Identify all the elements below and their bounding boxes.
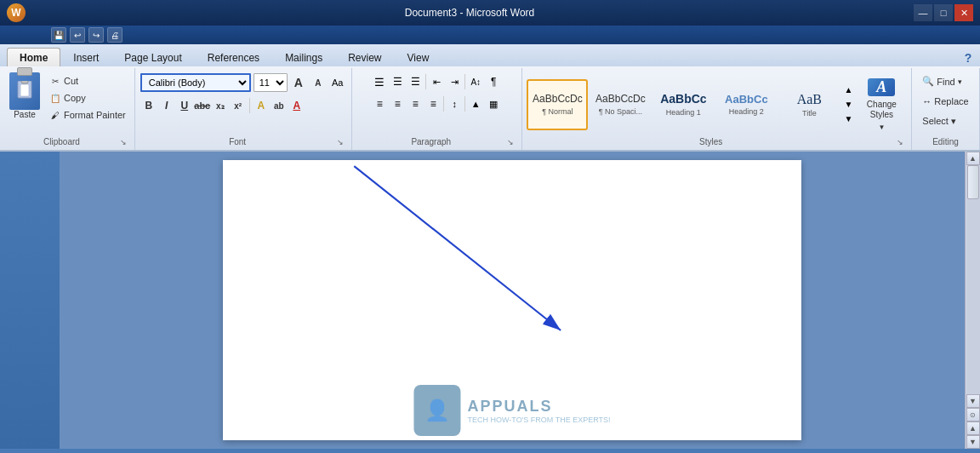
- maximize-button[interactable]: □: [934, 4, 953, 21]
- editing-content: 🔍 Find ▾ ↔ Replace Select ▾: [918, 70, 972, 135]
- scroll-track[interactable]: [966, 165, 980, 394]
- increase-indent-button[interactable]: ⇥: [446, 73, 463, 90]
- style-heading1-label: Heading 1: [666, 108, 701, 117]
- grow-font-button[interactable]: A: [290, 74, 307, 91]
- select-button[interactable]: Select ▾: [918, 113, 972, 129]
- svg-rect-1: [20, 84, 29, 96]
- left-sidebar: [0, 152, 60, 449]
- styles-footer: Styles ↘: [527, 135, 906, 148]
- clipboard-expand-button[interactable]: ↘: [118, 136, 129, 148]
- bullets-button[interactable]: ☰: [371, 73, 388, 90]
- qa-redo-button[interactable]: ↪: [88, 27, 104, 43]
- scroll-thumb[interactable]: [967, 165, 979, 199]
- close-button[interactable]: ✕: [954, 4, 973, 21]
- styles-scroll-arrows: ▲ ▼ ▼: [841, 83, 855, 126]
- font-row1: Calibri (Body) 11 A A Aa: [140, 73, 346, 92]
- paste-button[interactable]: Paste: [5, 70, 44, 122]
- paste-label: Paste: [14, 110, 36, 119]
- replace-button[interactable]: ↔ Replace: [918, 94, 972, 109]
- style-title[interactable]: AaB Title: [778, 79, 840, 130]
- tab-bar: Home Insert Page Layout References Maili…: [0, 44, 980, 66]
- scroll-select-browse-object[interactable]: ⊙: [966, 408, 980, 421]
- style-heading2[interactable]: AaBbCc Heading 2: [715, 79, 777, 130]
- shrink-font-button[interactable]: A: [310, 74, 327, 91]
- shading-button[interactable]: ▲: [467, 95, 484, 112]
- scroll-next-page[interactable]: ▼: [966, 435, 980, 449]
- font-expand-button[interactable]: ↘: [335, 136, 346, 148]
- tab-references[interactable]: References: [195, 48, 272, 66]
- change-styles-button[interactable]: A ChangeStyles ▼: [857, 74, 906, 135]
- styles-more[interactable]: ▼: [841, 112, 855, 126]
- tab-home[interactable]: Home: [7, 48, 60, 66]
- qa-undo-button[interactable]: ↩: [70, 27, 85, 43]
- style-no-spacing-preview: AaBbCcDc: [595, 93, 646, 105]
- cut-button[interactable]: ✂ Cut: [46, 73, 129, 89]
- change-styles-label: ChangeStyles: [867, 100, 897, 120]
- tab-mailings[interactable]: Mailings: [272, 48, 335, 66]
- paragraph-expand-button[interactable]: ↘: [505, 136, 516, 148]
- superscript-button[interactable]: x²: [230, 97, 247, 114]
- paragraph-row1: ☰ ☰ ☰ ⇤ ⇥ A↕ ¶: [371, 73, 502, 90]
- separator3: [443, 96, 444, 112]
- copy-button[interactable]: 📋 Copy: [46, 90, 129, 106]
- quick-access-toolbar: 💾 ↩ ↪ 🖨: [0, 26, 980, 44]
- tab-view[interactable]: View: [395, 48, 442, 66]
- font-size-select[interactable]: 11: [254, 73, 288, 92]
- minimize-button[interactable]: —: [914, 4, 932, 21]
- scroll-down-button[interactable]: ▼: [966, 394, 980, 408]
- align-left-button[interactable]: ≡: [371, 95, 388, 112]
- align-center-button[interactable]: ≡: [389, 95, 406, 112]
- editing-group: 🔍 Find ▾ ↔ Replace Select ▾ Editing: [912, 68, 980, 150]
- italic-button[interactable]: I: [158, 97, 175, 114]
- tab-review[interactable]: Review: [335, 48, 394, 66]
- paragraph-content: ☰ ☰ ☰ ⇤ ⇥ A↕ ¶ ≡ ≡ ≡ ≡ ↕ ▲ ▦: [371, 70, 502, 135]
- sort-button[interactable]: A↕: [467, 73, 484, 90]
- title-bar-title: Document3 - Microsoft Word: [26, 7, 914, 19]
- clipboard-group: Paste ✂ Cut 📋 Copy 🖌 Format Painter Clip: [0, 68, 135, 150]
- change-styles-icon: A: [868, 78, 895, 96]
- find-icon: 🔍: [922, 76, 934, 87]
- clipboard-small-buttons: ✂ Cut 📋 Copy 🖌 Format Painter: [46, 70, 129, 123]
- multilevel-button[interactable]: ☰: [407, 73, 424, 90]
- underline-button[interactable]: U: [176, 97, 193, 114]
- svg-rect-2: [21, 81, 28, 83]
- style-no-spacing[interactable]: AaBbCcDc ¶ No Spaci...: [590, 79, 651, 130]
- scroll-prev-page[interactable]: ▲: [966, 421, 980, 435]
- font-name-select[interactable]: Calibri (Body): [140, 73, 251, 92]
- title-bar-controls: — □ ✕: [914, 4, 973, 21]
- bold-button[interactable]: B: [140, 97, 157, 114]
- scroll-up-button[interactable]: ▲: [966, 152, 980, 165]
- help-icon[interactable]: ?: [960, 49, 977, 66]
- styles-scroll-down[interactable]: ▼: [841, 98, 855, 112]
- style-heading1[interactable]: AaBbCc Heading 1: [652, 79, 714, 130]
- clipboard-footer: Clipboard ↘: [5, 135, 129, 148]
- justify-button[interactable]: ≡: [424, 95, 442, 112]
- help-button[interactable]: ?: [960, 49, 980, 66]
- subscript-button[interactable]: x₂: [212, 97, 229, 114]
- style-normal[interactable]: AaBbCcDc ¶ Normal: [527, 79, 588, 130]
- style-normal-label: ¶ Normal: [542, 107, 573, 116]
- highlight-button[interactable]: ab: [271, 97, 288, 114]
- clipboard-group-label: Clipboard: [5, 135, 118, 148]
- qa-print-button[interactable]: 🖨: [107, 27, 122, 43]
- find-button[interactable]: 🔍 Find ▾: [918, 73, 972, 89]
- styles-scroll-up[interactable]: ▲: [841, 83, 855, 97]
- cut-icon: ✂: [49, 75, 61, 87]
- line-spacing-button[interactable]: ↕: [446, 95, 463, 112]
- strikethrough-button[interactable]: abc: [194, 97, 211, 114]
- clear-formatting-button[interactable]: Aa: [329, 74, 346, 91]
- align-right-button[interactable]: ≡: [407, 95, 424, 112]
- scrollbar: ▲ ▼ ⊙ ▲ ▼: [965, 152, 980, 449]
- numbering-button[interactable]: ☰: [389, 73, 406, 90]
- styles-expand-button[interactable]: ↘: [894, 136, 906, 148]
- text-color-button[interactable]: A: [288, 97, 305, 114]
- qa-save-button[interactable]: 💾: [51, 27, 66, 43]
- show-marks-button[interactable]: ¶: [485, 73, 502, 90]
- main-area: 👤 APPUALS TECH HOW-TO'S FROM THE EXPERTS…: [0, 152, 980, 449]
- tab-insert[interactable]: Insert: [60, 48, 111, 66]
- tab-page-layout[interactable]: Page Layout: [111, 48, 194, 66]
- text-effects-button[interactable]: A: [253, 97, 270, 114]
- borders-button[interactable]: ▦: [485, 95, 502, 112]
- format-painter-button[interactable]: 🖌 Format Painter: [46, 107, 129, 123]
- decrease-indent-button[interactable]: ⇤: [428, 73, 445, 90]
